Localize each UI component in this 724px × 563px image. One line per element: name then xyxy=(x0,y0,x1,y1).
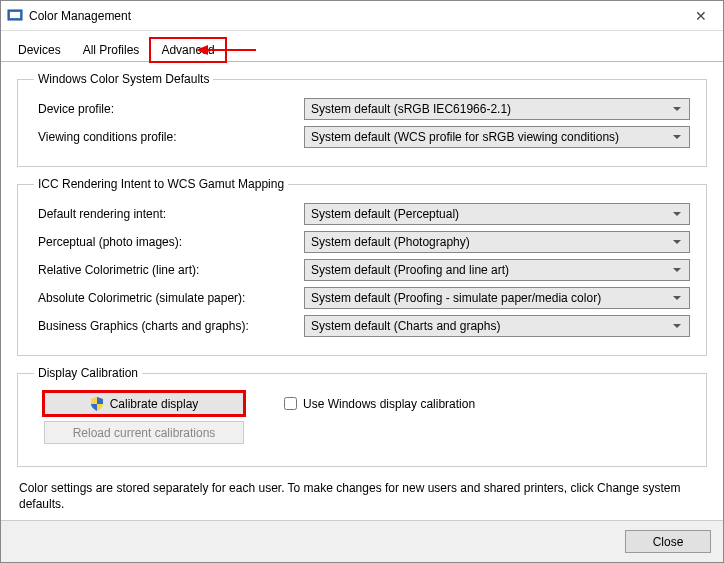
default-intent-label: Default rendering intent: xyxy=(34,207,304,221)
app-icon xyxy=(7,8,23,24)
dialog-footer: Close xyxy=(1,520,723,562)
device-profile-select[interactable]: System default (sRGB IEC61966-2.1) xyxy=(304,98,690,120)
group-legend: ICC Rendering Intent to WCS Gamut Mappin… xyxy=(34,177,288,191)
group-display-calibration: Display Calibration Calibrate display Us… xyxy=(17,366,707,467)
use-windows-calibration-input[interactable] xyxy=(284,397,297,410)
absolute-select[interactable]: System default (Proofing - simulate pape… xyxy=(304,287,690,309)
group-legend: Windows Color System Defaults xyxy=(34,72,213,86)
group-windows-color-defaults: Windows Color System Defaults Device pro… xyxy=(17,72,707,167)
perceptual-select[interactable]: System default (Photography) xyxy=(304,231,690,253)
group-icc-rendering: ICC Rendering Intent to WCS Gamut Mappin… xyxy=(17,177,707,356)
window-title: Color Management xyxy=(29,9,131,23)
business-label: Business Graphics (charts and graphs): xyxy=(34,319,304,333)
titlebar: Color Management ✕ xyxy=(1,1,723,31)
uac-shield-icon xyxy=(90,397,104,411)
device-profile-label: Device profile: xyxy=(34,102,304,116)
tab-all-profiles[interactable]: All Profiles xyxy=(72,38,151,62)
default-intent-select[interactable]: System default (Perceptual) xyxy=(304,203,690,225)
relative-label: Relative Colorimetric (line art): xyxy=(34,263,304,277)
group-legend: Display Calibration xyxy=(34,366,142,380)
perceptual-label: Perceptual (photo images): xyxy=(34,235,304,249)
viewing-conditions-select[interactable]: System default (WCS profile for sRGB vie… xyxy=(304,126,690,148)
use-windows-calibration-checkbox[interactable]: Use Windows display calibration xyxy=(284,397,475,411)
svg-rect-1 xyxy=(10,12,20,18)
viewing-conditions-label: Viewing conditions profile: xyxy=(34,130,304,144)
tab-devices[interactable]: Devices xyxy=(7,38,72,62)
tab-bar: Devices All Profiles Advanced xyxy=(1,31,723,62)
tab-advanced[interactable]: Advanced xyxy=(150,38,225,62)
window-close-button[interactable]: ✕ xyxy=(678,1,723,30)
reload-calibrations-button: Reload current calibrations xyxy=(44,421,244,444)
advanced-panel: Windows Color System Defaults Device pro… xyxy=(1,62,723,467)
close-button[interactable]: Close xyxy=(625,530,711,553)
business-select[interactable]: System default (Charts and graphs) xyxy=(304,315,690,337)
relative-select[interactable]: System default (Proofing and line art) xyxy=(304,259,690,281)
calibrate-display-button[interactable]: Calibrate display xyxy=(44,392,244,415)
note-text: Color settings are stored separately for… xyxy=(1,477,723,520)
absolute-label: Absolute Colorimetric (simulate paper): xyxy=(34,291,304,305)
